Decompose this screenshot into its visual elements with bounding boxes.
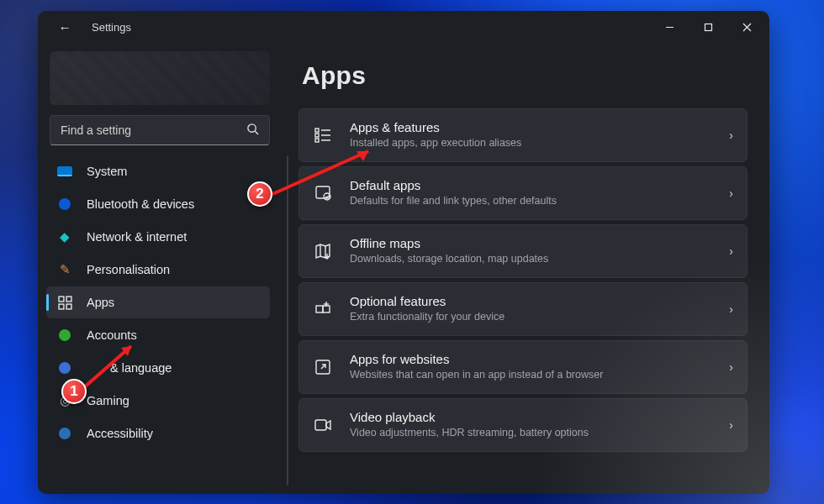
sidebar-item-bluetooth[interactable]: Bluetooth & devices bbox=[46, 188, 270, 220]
display-icon bbox=[56, 163, 73, 180]
sidebar-item-personalisation[interactable]: ✎ Personalisation bbox=[46, 254, 270, 286]
main-panel: Apps Apps & features Installed apps, app… bbox=[282, 43, 769, 494]
svg-marker-27 bbox=[326, 421, 330, 429]
card-subtitle: Video adjustments, HDR streaming, batter… bbox=[350, 427, 729, 440]
wifi-icon: ◆ bbox=[56, 228, 73, 245]
card-title: Optional features bbox=[350, 294, 729, 310]
window-title: Settings bbox=[92, 21, 131, 34]
card-apps-features[interactable]: Apps & features Installed apps, app exec… bbox=[298, 108, 747, 162]
sidebar-item-system[interactable]: System bbox=[46, 155, 270, 187]
open-external-icon bbox=[311, 355, 335, 379]
settings-window: ← Settings Find a setting System bbox=[38, 11, 769, 494]
sidebar-item-label: Personalisation bbox=[87, 263, 170, 276]
person-icon bbox=[56, 327, 73, 344]
card-title: Apps & features bbox=[350, 120, 729, 136]
sidebar-item-accounts[interactable]: Accounts bbox=[46, 319, 270, 351]
chevron-right-icon: › bbox=[729, 360, 733, 374]
sidebar-item-apps[interactable]: Apps bbox=[46, 286, 270, 318]
card-offline-maps[interactable]: Offline maps Downloads, storage location… bbox=[298, 224, 747, 278]
search-icon bbox=[246, 123, 259, 138]
default-apps-icon bbox=[311, 181, 335, 205]
sidebar-item-accessibility[interactable]: Accessibility bbox=[46, 417, 270, 449]
globe-icon bbox=[56, 360, 73, 376]
svg-rect-7 bbox=[66, 297, 71, 302]
svg-rect-11 bbox=[315, 134, 319, 137]
sidebar-nav: System Bluetooth & devices ◆ Network & i… bbox=[46, 155, 273, 449]
svg-point-4 bbox=[248, 124, 256, 132]
svg-rect-12 bbox=[315, 139, 319, 142]
chevron-right-icon: › bbox=[729, 129, 733, 142]
sidebar-item-label: Bluetooth & devices bbox=[87, 197, 194, 211]
card-subtitle: Extra functionality for your device bbox=[350, 311, 729, 324]
sidebar-item-label: System bbox=[87, 165, 127, 178]
svg-rect-1 bbox=[705, 24, 711, 30]
map-icon bbox=[311, 239, 335, 263]
svg-rect-22 bbox=[323, 306, 330, 312]
svg-rect-6 bbox=[59, 297, 64, 302]
sidebar-item-network[interactable]: ◆ Network & internet bbox=[46, 221, 270, 253]
svg-rect-8 bbox=[59, 304, 64, 309]
accessibility-icon bbox=[56, 425, 73, 442]
card-default-apps[interactable]: Default apps Defaults for file and link … bbox=[298, 166, 747, 220]
sidebar-item-gaming[interactable]: ◎ Gaming bbox=[46, 385, 270, 417]
svg-rect-21 bbox=[316, 306, 323, 312]
titlebar: ← Settings bbox=[38, 11, 769, 43]
card-subtitle: Websites that can open in an app instead… bbox=[350, 369, 729, 382]
sidebar-item-label: Accounts bbox=[87, 328, 137, 342]
sidebar-item-label: & language bbox=[110, 361, 172, 375]
sidebar-item-time-language[interactable]: & language bbox=[46, 352, 270, 384]
card-subtitle: Installed apps, app execution aliases bbox=[350, 137, 729, 150]
chevron-right-icon: › bbox=[729, 302, 733, 316]
card-optional-features[interactable]: Optional features Extra functionality fo… bbox=[298, 282, 747, 336]
sidebar: Find a setting System Bluetooth & device… bbox=[38, 43, 282, 494]
minimize-button[interactable] bbox=[650, 11, 689, 43]
video-icon bbox=[311, 413, 335, 437]
user-profile-block[interactable] bbox=[50, 51, 270, 105]
card-subtitle: Downloads, storage location, map updates bbox=[350, 253, 729, 266]
search-box[interactable]: Find a setting bbox=[50, 115, 270, 145]
close-button[interactable] bbox=[727, 11, 766, 43]
brush-icon: ✎ bbox=[56, 261, 73, 278]
card-title: Apps for websites bbox=[350, 352, 729, 368]
svg-rect-9 bbox=[66, 304, 71, 309]
svg-rect-26 bbox=[315, 420, 326, 430]
sidebar-item-label: Network & internet bbox=[87, 230, 187, 244]
sidebar-item-label: Gaming bbox=[87, 394, 129, 407]
card-title: Offline maps bbox=[350, 236, 729, 252]
page-title: Apps bbox=[302, 61, 747, 90]
svg-rect-10 bbox=[315, 129, 319, 132]
chevron-right-icon: › bbox=[729, 186, 733, 200]
svg-line-5 bbox=[255, 131, 258, 134]
search-placeholder: Find a setting bbox=[61, 123, 246, 137]
card-video-playback[interactable]: Video playback Video adjustments, HDR st… bbox=[298, 398, 747, 452]
chevron-right-icon: › bbox=[729, 418, 733, 432]
settings-card-list: Apps & features Installed apps, app exec… bbox=[298, 108, 747, 452]
card-title: Default apps bbox=[350, 178, 729, 194]
apps-icon bbox=[56, 294, 73, 311]
sidebar-item-label: Accessibility bbox=[87, 427, 153, 440]
list-icon bbox=[311, 123, 335, 147]
chevron-right-icon: › bbox=[729, 244, 733, 258]
bluetooth-icon bbox=[56, 196, 73, 213]
card-apps-websites[interactable]: Apps for websites Websites that can open… bbox=[298, 340, 747, 394]
scroll-indicator bbox=[287, 155, 288, 486]
maximize-button[interactable] bbox=[689, 11, 727, 43]
gamepad-icon: ◎ bbox=[56, 392, 73, 409]
card-subtitle: Defaults for file and link types, other … bbox=[350, 195, 729, 208]
back-button[interactable]: ← bbox=[53, 20, 77, 34]
sidebar-item-label: Apps bbox=[87, 296, 114, 309]
optional-features-icon bbox=[311, 297, 335, 321]
card-title: Video playback bbox=[350, 410, 729, 426]
